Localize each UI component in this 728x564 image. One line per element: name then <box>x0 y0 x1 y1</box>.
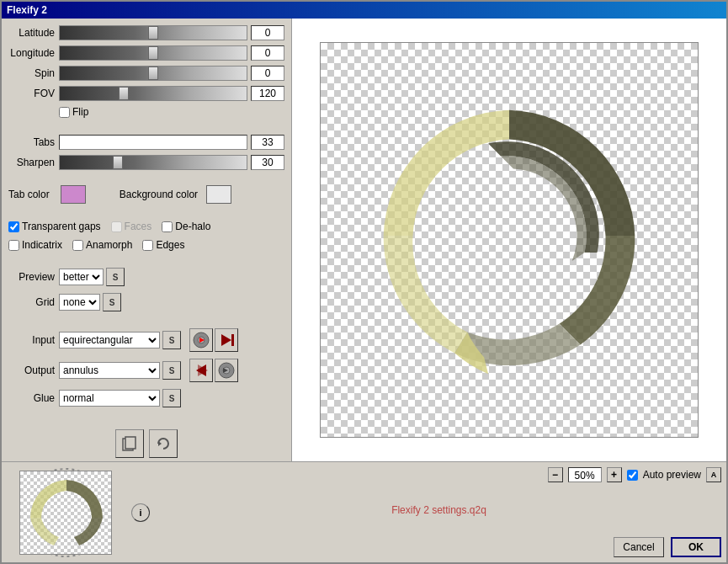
anamorph-checkbox[interactable] <box>72 240 83 251</box>
anamorph-item: Anamorph <box>72 239 132 251</box>
checkbox-row-1: Transparent gaps Faces De-halo <box>8 221 284 232</box>
ok-button[interactable]: OK <box>671 537 721 557</box>
flip-checkbox[interactable] <box>59 107 70 118</box>
fov-input[interactable]: 120 <box>251 86 284 101</box>
tab-color-label: Tab color <box>8 189 50 200</box>
play-right-button[interactable] <box>215 328 238 352</box>
input-row: Input equirectangular cubic S <box>8 328 284 352</box>
tabs-row: Tabs 33 <box>8 135 284 150</box>
spin-row: Spin 0 <box>8 66 284 81</box>
preview-reset-button[interactable]: S <box>106 268 125 286</box>
content-area: Latitude 0 Longitude 0 Spin 0 FOV 120 <box>2 19 726 461</box>
svg-marker-12 <box>158 441 162 446</box>
right-panel <box>292 19 726 461</box>
fov-slider[interactable] <box>59 86 247 101</box>
preview-svg <box>321 43 698 437</box>
settings-file-label: Flexify 2 settings.q2q <box>391 504 486 516</box>
output-play-buttons <box>189 359 238 382</box>
bottom-bar: i − 50% + Auto preview A Flexify 2 setti… <box>2 461 726 562</box>
auto-preview-reset-button[interactable]: A <box>706 467 721 482</box>
info-icon: i <box>139 508 141 518</box>
faces-checkbox[interactable] <box>111 221 122 232</box>
disc-play-button[interactable] <box>189 328 213 352</box>
sharpen-slider[interactable] <box>59 155 247 170</box>
de-halo-checkbox[interactable] <box>162 221 173 232</box>
copy-button[interactable] <box>115 429 144 458</box>
input-reset-button[interactable]: S <box>162 331 181 349</box>
svg-marker-3 <box>221 334 231 346</box>
indicatrix-label: Indicatrix <box>22 239 62 251</box>
tab-color-swatch[interactable] <box>61 185 86 204</box>
flip-row: Flip <box>59 106 284 118</box>
latitude-slider[interactable] <box>59 25 247 40</box>
icon-row-1 <box>8 429 284 458</box>
output-reset-button[interactable]: S <box>162 361 181 380</box>
play-buttons <box>189 328 238 352</box>
tabs-label: Tabs <box>8 136 59 148</box>
edges-label: Edges <box>156 239 184 251</box>
faces-item: Faces <box>111 221 152 232</box>
indicatrix-checkbox[interactable] <box>8 240 19 251</box>
fov-label: FOV <box>8 88 59 99</box>
grid-reset-button[interactable]: S <box>103 293 121 311</box>
background-color-label: Background color <box>120 189 198 200</box>
latitude-label: Latitude <box>8 27 59 39</box>
preview-canvas <box>320 42 699 438</box>
sharpen-input[interactable]: 30 <box>251 155 284 170</box>
zoom-bar: − 50% + Auto preview A <box>548 467 721 482</box>
info-button[interactable]: i <box>131 503 150 522</box>
preview-select[interactable]: better fast best <box>59 269 104 285</box>
svg-rect-11 <box>125 437 136 449</box>
input-select[interactable]: equirectangular cubic <box>59 332 160 349</box>
auto-preview-checkbox[interactable] <box>627 470 638 481</box>
checkbox-row-2: Indicatrix Anamorph Edges <box>8 239 284 251</box>
output-label: Output <box>8 364 59 376</box>
output-row: Output annulus sphere cube S <box>8 359 284 382</box>
latitude-input[interactable]: 0 <box>251 25 284 40</box>
longitude-slider[interactable] <box>59 45 247 61</box>
fov-row: FOV 120 <box>8 86 284 101</box>
disc-step-button[interactable] <box>215 359 238 382</box>
edges-item: Edges <box>142 239 184 251</box>
output-select[interactable]: annulus sphere cube <box>59 362 160 379</box>
transparent-gaps-label: Transparent gaps <box>22 221 101 232</box>
input-label: Input <box>8 334 59 346</box>
faces-label: Faces <box>125 221 152 232</box>
de-halo-label: De-halo <box>175 221 210 232</box>
background-color-swatch[interactable] <box>206 185 231 204</box>
main-window: Flexify 2 Latitude 0 Longitude 0 Spin 0 <box>0 0 728 564</box>
indicatrix-item: Indicatrix <box>8 239 62 251</box>
grid-select[interactable]: none 10 20 <box>59 294 100 311</box>
step-play-button[interactable] <box>189 359 213 382</box>
glue-row: Glue normal mirror S <box>8 389 284 407</box>
thumbnail-preview <box>19 471 112 555</box>
longitude-input[interactable]: 0 <box>251 45 284 61</box>
zoom-out-button[interactable]: − <box>548 467 563 482</box>
latitude-row: Latitude 0 <box>8 25 284 40</box>
left-panel: Latitude 0 Longitude 0 Spin 0 FOV 120 <box>2 19 292 461</box>
glue-label: Glue <box>8 392 59 404</box>
preview-row: Preview better fast best S <box>8 268 284 286</box>
flip-label: Flip <box>72 106 88 118</box>
zoom-value: 50% <box>568 467 602 482</box>
spin-slider[interactable] <box>59 66 247 81</box>
rotate-button[interactable] <box>149 429 178 458</box>
transparent-gaps-checkbox[interactable] <box>8 221 19 232</box>
glue-reset-button[interactable]: S <box>162 389 181 407</box>
transparent-gaps-item: Transparent gaps <box>8 221 101 232</box>
auto-preview-label: Auto preview <box>643 469 701 481</box>
sharpen-label: Sharpen <box>8 157 59 168</box>
de-halo-item: De-halo <box>162 221 210 232</box>
tabs-value-input[interactable]: 33 <box>251 135 284 150</box>
tabs-input[interactable] <box>59 135 247 150</box>
svg-marker-6 <box>198 364 208 376</box>
cancel-button[interactable]: Cancel <box>614 537 664 557</box>
sharpen-row: Sharpen 30 <box>8 155 284 170</box>
edges-checkbox[interactable] <box>142 240 153 251</box>
preview-label: Preview <box>8 271 59 283</box>
glue-select[interactable]: normal mirror <box>59 390 160 407</box>
thumbnail-svg <box>20 471 112 555</box>
window-title: Flexify 2 <box>7 4 47 16</box>
spin-input[interactable]: 0 <box>251 66 284 81</box>
zoom-in-button[interactable]: + <box>607 467 622 482</box>
